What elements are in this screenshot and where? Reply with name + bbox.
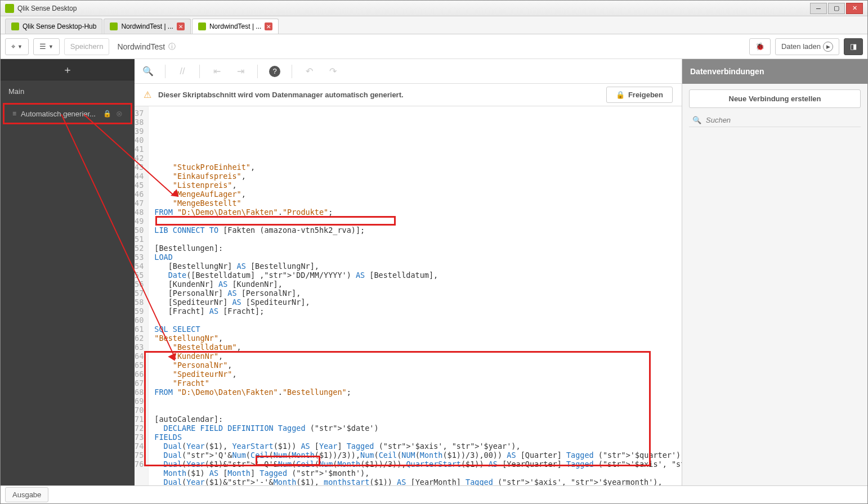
window-title: Qlik Sense Desktop [17,4,810,12]
window-titlebar: Qlik Sense Desktop ─ ▢ ✕ [1,1,867,16]
tab-nordwind-2[interactable]: NordwindTest | ... ✕ [192,19,279,34]
search-icon: 🔍 [692,116,701,124]
warning-message: Dieser Skriptabschnitt wird vom Datenman… [158,91,599,99]
tab-nordwind-1[interactable]: NordwindTest | ... ✕ [104,19,190,34]
window-minimize-button[interactable]: ─ [810,3,827,14]
help-button[interactable]: ? [268,65,281,78]
help-icon: ? [269,66,280,77]
compass-icon: ⌖ [11,42,15,51]
search-icon: 🔍 [142,66,154,76]
app-toolbar: ⌖▼ ☰▼ Speichern NordwindTest ⓘ 🐞 Daten l… [1,34,867,59]
section-auto-generated[interactable]: ≡ Automatisch generier... 🔒 ⊗ [3,103,132,124]
unlock-label: Freigeben [628,91,663,99]
section-main[interactable]: Main [1,80,135,102]
qlik-icon [110,22,118,30]
info-icon[interactable]: ⓘ [168,42,176,52]
plus-icon: ＋ [62,63,73,76]
line-number-gutter: 3738394041424344454647484950515253545556… [135,106,149,485]
bottom-bar: Ausgabe [1,485,867,503]
warning-bar: ⚠ Dieser Skriptabschnitt wird vom Datenm… [135,84,682,106]
tab-label: NordwindTest | ... [209,22,261,30]
comment-button[interactable]: // [176,65,189,78]
debug-button[interactable]: 🐞 [749,38,771,55]
save-button[interactable]: Speichern [64,38,110,55]
panel-toggle-button[interactable]: ◨ [844,38,863,55]
bug-icon: 🐞 [755,42,764,51]
qlik-icon [198,22,206,30]
load-data-button[interactable]: Daten laden ▶ [775,38,839,55]
tab-label: NordwindTest | ... [121,22,173,30]
play-icon: ▶ [823,42,833,52]
code-content[interactable]: "StuckProEinheit", "Einkaufspreis", "Lis… [149,106,682,485]
close-icon[interactable]: ✕ [177,22,185,30]
panel-icon: ◨ [850,42,857,51]
output-button[interactable]: Ausgabe [5,487,48,502]
unlock-button[interactable]: 🔒 Freigeben [606,87,673,103]
indent-button[interactable]: ⇥ [234,65,247,78]
section-label: Main [8,87,24,96]
load-data-label: Daten laden [781,42,821,51]
data-connections-panel: Datenverbindungen Neue Verbindung erstel… [682,59,867,485]
new-connection-button[interactable]: Neue Verbindung erstellen [689,89,861,108]
nav-menu-button[interactable]: ⌖▼ [5,38,29,55]
grip-icon: ≡ [12,110,16,118]
qlik-icon [11,22,19,30]
browser-tabs: Qlik Sense Desktop-Hub NordwindTest | ..… [1,16,867,34]
delete-icon[interactable]: ⊗ [116,109,123,118]
panel-title: Datenverbindungen [682,59,867,84]
tab-label: Qlik Sense Desktop-Hub [23,22,96,30]
outdent-button[interactable]: ⇤ [210,65,223,78]
lock-icon: 🔒 [616,91,625,99]
app-icon [5,4,14,13]
list-icon: ☰ [39,42,46,51]
code-editor[interactable]: 3738394041424344454647484950515253545556… [135,106,682,485]
section-label: Automatisch generier... [21,110,99,118]
undo-button[interactable]: ↶ [302,65,316,78]
close-icon[interactable]: ✕ [265,22,272,30]
window-close-button[interactable]: ✕ [846,3,863,14]
search-button[interactable]: 🔍 [141,65,155,78]
redo-button[interactable]: ↷ [326,65,339,78]
view-menu-button[interactable]: ☰▼ [33,38,60,55]
tab-hub[interactable]: Qlik Sense Desktop-Hub [5,19,102,34]
window-maximize-button[interactable]: ▢ [828,3,845,14]
script-sections-sidebar: ＋ Main ≡ Automatisch generier... 🔒 ⊗ [1,59,135,485]
app-name-label: NordwindTest ⓘ [117,42,176,52]
add-section-button[interactable]: ＋ [1,59,135,80]
connection-search-input[interactable] [706,116,857,124]
warning-icon: ⚠ [144,89,151,100]
lock-icon: 🔒 [103,110,111,118]
connection-search[interactable]: 🔍 [689,114,861,127]
editor-toolbar: 🔍 // ⇤ ⇥ ? ↶ ↷ [135,59,682,84]
editor-column: 🔍 // ⇤ ⇥ ? ↶ ↷ ⚠ Dieser Skriptabschnitt … [135,59,682,485]
